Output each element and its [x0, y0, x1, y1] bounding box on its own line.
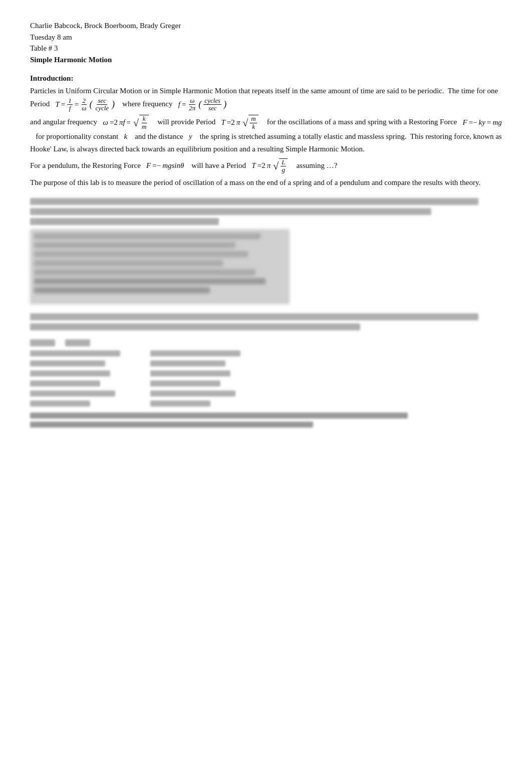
- intro-heading: Introduction:: [30, 74, 502, 83]
- intro-para-2: and angular frequency ω=2πf= √ k m will …: [30, 115, 502, 155]
- blurred-section-2: [30, 313, 502, 330]
- y-symbol: y: [189, 132, 192, 140]
- blur-line-2: [30, 208, 431, 215]
- sqrt-m-k: √ m k: [242, 115, 258, 130]
- blur-line-4: [30, 313, 478, 320]
- T-equation: T= 1 f = 2 ω ( sec cycle ): [55, 97, 115, 112]
- frac-omega-2pi: ω 2π: [188, 97, 196, 112]
- sqrt-L-g: √ L g: [273, 158, 288, 174]
- frac-L-g: L g: [281, 159, 286, 174]
- title-line: Simple Harmonic Motion: [30, 54, 502, 66]
- blur-table-1: [30, 229, 290, 304]
- intro-body: Particles in Uniform Circular Motion or …: [30, 85, 502, 189]
- authors-line: Charlie Babcock, Brock Boerboom, Brady G…: [30, 20, 502, 32]
- k-symbol: k: [124, 132, 127, 140]
- intro-para-3: For a pendulum, the Restoring Force F=−m…: [30, 158, 502, 174]
- blurred-section-3: [30, 339, 502, 428]
- frac-m-k: m k: [250, 115, 256, 130]
- intro-para-1: Particles in Uniform Circular Motion or …: [30, 85, 502, 112]
- blur-line-5: [30, 323, 360, 330]
- blur-line-3: [30, 218, 219, 225]
- blurred-section-1: [30, 198, 502, 304]
- frac-2-omega: 2 ω: [81, 97, 87, 112]
- T-mass-equation: T=2π √ m k: [221, 115, 259, 130]
- intro-para-4: The purpose of this lab is to measure th…: [30, 176, 502, 189]
- T-pendulum-equation: T=2π √ L g: [251, 158, 289, 174]
- F-pendulum-equation: F=−mgsinθ: [146, 159, 184, 172]
- F-spring-equation: F=−ky=mg: [463, 116, 502, 129]
- omega-equation: ω=2πf= √ k m: [103, 115, 150, 130]
- sqrt-k-m: √ k m: [133, 115, 149, 130]
- frac-sec-cycle: sec cycle: [94, 97, 110, 112]
- frac-cycles-sec: cycles sec: [203, 97, 221, 112]
- frac-k-m: k m: [141, 115, 147, 130]
- table-line: Table # 3: [30, 43, 502, 54]
- day-line: Tuesday 8 am: [30, 32, 502, 43]
- frac-1-f: 1 f: [67, 97, 73, 112]
- blur-line-1: [30, 198, 478, 205]
- header-block: Charlie Babcock, Brock Boerboom, Brady G…: [30, 20, 502, 65]
- f-equation: f= ω 2π ( cycles sec ): [178, 97, 226, 112]
